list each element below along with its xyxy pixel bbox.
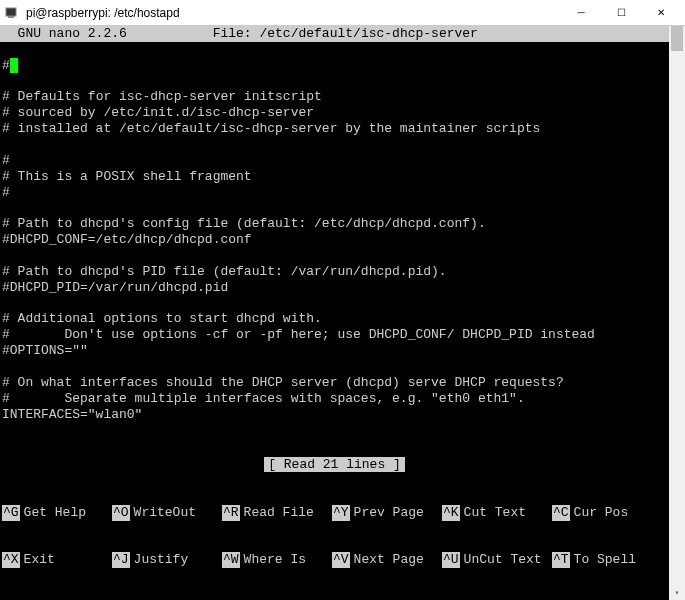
file-line	[18, 58, 26, 74]
shortcut-read-file[interactable]: ^RRead File	[222, 505, 332, 521]
shortcut-writeout[interactable]: ^OWriteOut	[112, 505, 222, 521]
file-line: #	[2, 185, 10, 200]
svg-rect-1	[8, 16, 14, 18]
shortcut-justify[interactable]: ^JJustify	[112, 552, 222, 568]
file-line: Defaults for isc-dhcp-server initscript	[10, 89, 322, 104]
terminal[interactable]: GNU nano 2.2.6 File: /etc/default/isc-dh…	[0, 26, 669, 600]
file-line: # sourced by /etc/init.d/isc-dhcp-server	[2, 105, 314, 120]
window-controls: ─ ☐ ✕	[561, 2, 681, 24]
shortcut-cut-text[interactable]: ^KCut Text	[442, 505, 552, 521]
close-button[interactable]: ✕	[641, 2, 681, 24]
file-line: # Separate multiple interfaces with spac…	[2, 391, 525, 406]
nano-app-name: GNU nano 2.2.6	[2, 26, 127, 41]
window-title: pi@raspberrypi: /etc/hostapd	[26, 6, 561, 20]
file-line: # Additional options to start dhcpd with…	[2, 311, 322, 326]
file-line: # Path to dhcpd's config file (default: …	[2, 216, 486, 231]
file-line: #	[2, 153, 10, 168]
scrollbar-down-icon[interactable]: ▾	[669, 584, 685, 600]
maximize-button[interactable]: ☐	[601, 2, 641, 24]
scrollbar[interactable]: ▴ ▾	[669, 26, 685, 600]
shortcut-cur-pos[interactable]: ^CCur Pos	[552, 505, 662, 521]
shortcut-to-spell[interactable]: ^TTo Spell	[552, 552, 662, 568]
terminal-container: GNU nano 2.2.6 File: /etc/default/isc-dh…	[0, 26, 685, 600]
svg-rect-0	[6, 8, 16, 16]
status-text: [ Read 21 lines ]	[264, 457, 405, 472]
nano-file-label: File: /etc/default/isc-dhcp-server	[213, 26, 478, 41]
minimize-button[interactable]: ─	[561, 2, 601, 24]
file-line: # Path to dhcpd's PID file (default: /va…	[2, 264, 447, 279]
shortcut-row-2: ^XExit ^JJustify ^WWhere Is ^VNext Page …	[2, 552, 667, 568]
nano-status: [ Read 21 lines ]	[0, 457, 669, 473]
shortcut-uncut-text[interactable]: ^UUnCut Text	[442, 552, 552, 568]
shortcut-row-1: ^GGet Help ^OWriteOut ^RRead File ^YPrev…	[2, 505, 667, 521]
shortcut-get-help[interactable]: ^GGet Help	[2, 505, 112, 521]
shortcut-next-page[interactable]: ^VNext Page	[332, 552, 442, 568]
editor-content[interactable]: # # Defaults for isc-dhcp-server initscr…	[0, 42, 669, 457]
file-line: INTERFACES="wlan0"	[2, 407, 142, 422]
text-cursor	[10, 58, 18, 73]
window-titlebar: pi@raspberrypi: /etc/hostapd ─ ☐ ✕	[0, 0, 685, 26]
app-icon	[4, 5, 20, 21]
shortcut-where-is[interactable]: ^WWhere Is	[222, 552, 332, 568]
nano-header: GNU nano 2.2.6 File: /etc/default/isc-dh…	[0, 26, 669, 42]
shortcut-prev-page[interactable]: ^YPrev Page	[332, 505, 442, 521]
file-line: #OPTIONS=""	[2, 343, 88, 358]
shortcut-exit[interactable]: ^XExit	[2, 552, 112, 568]
file-line: # On what interfaces should the DHCP ser…	[2, 375, 564, 390]
scrollbar-thumb[interactable]	[671, 26, 683, 51]
file-line: #DHCPD_CONF=/etc/dhcp/dhcpd.conf	[2, 232, 252, 247]
file-line: # Don't use options -cf or -pf here; use…	[2, 327, 595, 342]
file-line: #DHCPD_PID=/var/run/dhcpd.pid	[2, 280, 228, 295]
file-line: # This is a POSIX shell fragment	[2, 169, 252, 184]
file-line: # installed at /etc/default/isc-dhcp-ser…	[2, 121, 540, 136]
nano-shortcuts: ^GGet Help ^OWriteOut ^RRead File ^YPrev…	[0, 473, 669, 600]
